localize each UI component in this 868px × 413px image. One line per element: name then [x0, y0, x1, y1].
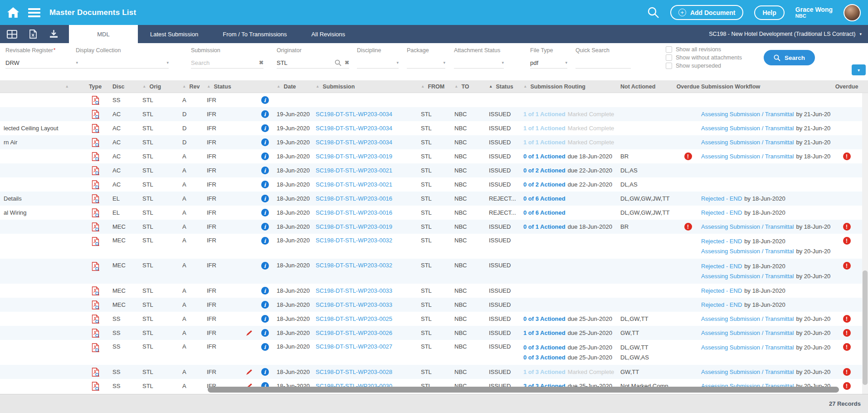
column-header-from[interactable]: ▲FROM	[417, 84, 451, 90]
workflow-link[interactable]: Rejected - END	[701, 237, 742, 246]
info-icon[interactable]: i	[261, 315, 269, 323]
workflow-link[interactable]: Rejected - END	[701, 208, 742, 217]
workflow-link[interactable]: Assessing Submission / Transmittal	[701, 152, 794, 161]
workflow-link[interactable]: Rejected - END	[701, 286, 742, 295]
actioned-link[interactable]: 0 of 1 Actioned	[523, 152, 566, 161]
submission-link[interactable]: SC198-DT-STL-WP203-0028	[316, 369, 392, 375]
revisable-register-select[interactable]: DRW ▾	[5, 57, 78, 69]
submission-link[interactable]: SC198-DT-STL-WP203-0033	[316, 287, 392, 294]
horizontal-scrollbar[interactable]	[208, 387, 839, 393]
checkbox-show-without-attachments[interactable]: Show without attachments	[666, 54, 742, 61]
excel-export-icon[interactable]	[29, 30, 37, 39]
user-block[interactable]: Grace Wong NBC	[795, 6, 833, 20]
checkbox-show-superseded[interactable]: Show superseded	[666, 63, 742, 69]
pdf-file-icon[interactable]	[92, 208, 99, 217]
pdf-file-icon[interactable]	[92, 315, 99, 324]
clear-icon[interactable]: ✖	[259, 59, 263, 66]
pdf-file-icon[interactable]	[92, 286, 99, 295]
info-icon[interactable]: i	[261, 96, 269, 104]
workflow-link[interactable]: Rejected - END	[701, 300, 742, 310]
pdf-file-icon[interactable]	[92, 138, 99, 147]
actioned-link[interactable]: 0 of 6 Actioned	[523, 208, 566, 217]
clear-icon[interactable]: ✖	[345, 59, 349, 66]
submission-link[interactable]: SC198-DT-STL-WP203-0019	[316, 223, 392, 230]
actioned-link[interactable]: 0 of 1 Actioned	[523, 222, 566, 231]
info-icon[interactable]: i	[261, 195, 269, 202]
actioned-link[interactable]: 1 of 1 Actioned	[523, 110, 566, 119]
column-header-workflow[interactable]: Submission Workflow	[697, 84, 836, 90]
pdf-file-icon[interactable]	[92, 124, 99, 133]
help-button[interactable]: Help	[754, 5, 784, 20]
grid-view-icon[interactable]	[7, 30, 17, 39]
pdf-file-icon[interactable]	[92, 300, 99, 310]
column-header-overdue1[interactable]: Overdue	[678, 84, 697, 90]
vertical-scrollbar-track[interactable]	[862, 93, 868, 394]
project-selector[interactable]: SC198 - New Hotel Development (Tradition…	[709, 25, 868, 43]
workflow-link[interactable]: Assessing Submission / Transmittal	[701, 368, 794, 377]
workflow-link[interactable]: Assessing Submission / Transmittal	[701, 110, 794, 119]
workflow-link[interactable]: Assessing Submission / Transmittal	[701, 222, 794, 231]
submission-link[interactable]: SC198-DT-STL-WP203-0034	[316, 139, 392, 146]
originator-input[interactable]	[277, 59, 332, 66]
pdf-file-icon[interactable]	[92, 194, 99, 203]
info-icon[interactable]: i	[261, 287, 269, 295]
column-header-status2[interactable]: ▲Status	[485, 84, 520, 90]
info-icon[interactable]: i	[261, 181, 269, 188]
checkbox-icon[interactable]	[666, 54, 672, 61]
workflow-link[interactable]: Assessing Submission / Transmittal	[701, 138, 794, 147]
pdf-file-icon[interactable]	[92, 237, 99, 246]
column-header-type[interactable]: Type	[82, 84, 109, 90]
actioned-link[interactable]: 0 of 3 Actioned	[523, 315, 566, 324]
submission-link[interactable]: SC198-DT-STL-WP203-0021	[316, 167, 392, 174]
discipline-select[interactable]: ▾	[357, 57, 399, 69]
info-icon[interactable]: i	[261, 138, 269, 146]
info-icon[interactable]: i	[261, 209, 269, 216]
home-icon[interactable]	[7, 7, 19, 18]
info-icon[interactable]: i	[261, 262, 269, 270]
actioned-link[interactable]: 1 of 1 Actioned	[523, 138, 566, 147]
tab-from-to-transmissions[interactable]: From / To Transmissions	[210, 25, 299, 43]
column-header-not_actioned[interactable]: Not Actioned	[617, 84, 678, 90]
info-icon[interactable]: i	[261, 368, 269, 376]
workflow-link[interactable]: Assessing Submission / Transmittal	[701, 343, 794, 352]
submission-link[interactable]: SC198-DT-STL-WP203-0021	[316, 181, 392, 188]
attachment-status-select[interactable]: ▾	[454, 57, 504, 69]
pdf-file-icon[interactable]	[92, 382, 99, 391]
actioned-link[interactable]: 0 of 3 Actioned	[523, 343, 566, 352]
tab-all-revisions[interactable]: All Revisions	[299, 25, 357, 43]
column-header-rev[interactable]: ▲Rev	[179, 84, 203, 90]
actioned-link[interactable]: 0 of 3 Actioned	[523, 353, 566, 362]
info-icon[interactable]: i	[261, 223, 269, 231]
column-header-status[interactable]: ▲Status	[203, 84, 241, 90]
info-icon[interactable]: i	[261, 329, 269, 337]
submission-link[interactable]: SC198-DT-STL-WP203-0016	[316, 209, 392, 216]
column-header-to[interactable]: ▲TO	[451, 84, 485, 90]
actioned-link[interactable]: 0 of 6 Actioned	[523, 194, 566, 203]
avatar[interactable]	[844, 4, 861, 21]
info-icon[interactable]: i	[261, 343, 269, 351]
actioned-link[interactable]: 1 of 1 Actioned	[523, 124, 566, 133]
pdf-file-icon[interactable]	[92, 152, 99, 161]
quick-search-input[interactable]	[575, 59, 631, 66]
checkbox-show-all-revisions[interactable]: Show all revisions	[666, 46, 742, 53]
submission-link[interactable]: SC198-DT-STL-WP203-0025	[316, 315, 392, 322]
submission-link[interactable]: SC198-DT-STL-WP203-0016	[316, 195, 392, 202]
column-header-overdue2[interactable]: Overdue	[836, 84, 857, 90]
submission-link[interactable]: SC198-DT-STL-WP203-0034	[316, 111, 392, 118]
submission-search-input[interactable]	[191, 59, 256, 66]
tab-mdl[interactable]: MDL	[69, 25, 138, 43]
checkbox-icon[interactable]	[666, 46, 672, 53]
submission-link[interactable]: SC198-DT-STL-WP203-0034	[316, 125, 392, 132]
search-icon[interactable]	[647, 6, 659, 19]
actioned-link[interactable]: 1 of 3 Actioned	[523, 329, 566, 338]
submission-link[interactable]: SC198-DT-STL-WP203-0019	[316, 153, 392, 160]
pdf-file-icon[interactable]	[92, 96, 99, 105]
workflow-link[interactable]: Assessing Submission / Transmittal	[701, 315, 794, 324]
pdf-file-icon[interactable]	[92, 110, 99, 119]
actioned-link[interactable]: 1 of 3 Actioned	[523, 368, 566, 377]
workflow-link[interactable]: Assessing Submission / Transmittal	[701, 247, 794, 256]
display-collection-select[interactable]: ▾	[76, 57, 169, 69]
info-icon[interactable]: i	[261, 237, 269, 245]
pdf-file-icon[interactable]	[92, 329, 99, 338]
workflow-link[interactable]: Rejected - END	[701, 194, 742, 203]
